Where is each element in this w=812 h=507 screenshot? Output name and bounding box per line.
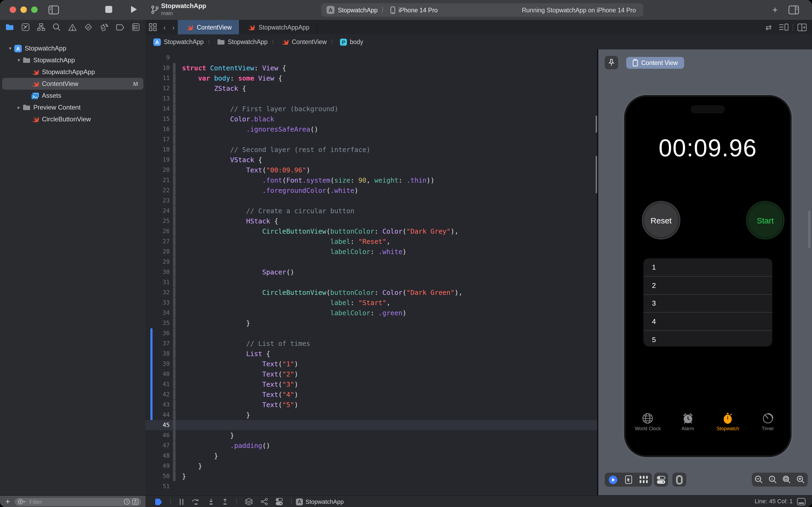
line-number[interactable]: 50 — [146, 471, 173, 481]
line-number[interactable]: 9 — [146, 53, 173, 63]
line-number[interactable]: 23 — [146, 195, 173, 206]
disclosure-triangle-icon[interactable]: ▾ — [7, 46, 13, 51]
fold-ribbon[interactable] — [173, 165, 176, 175]
fold-ribbon[interactable] — [173, 277, 176, 287]
line-number[interactable]: 29 — [146, 257, 173, 267]
code-line[interactable]: 21 .font(Font.system(size: 90, weight: .… — [146, 175, 597, 185]
fold-ribbon[interactable] — [173, 389, 176, 400]
fold-ribbon[interactable] — [173, 440, 176, 451]
reports-list-icon[interactable] — [132, 23, 139, 31]
related-items-icon[interactable] — [149, 23, 157, 31]
line-number[interactable]: 14 — [146, 104, 173, 114]
breadcrumb-stopwatchapp[interactable]: AStopwatchApp — [153, 38, 204, 46]
code-line[interactable]: 42 Text("4") — [146, 389, 597, 400]
environment-overrides-icon[interactable] — [276, 498, 283, 505]
go-back-icon[interactable]: ‹ — [163, 23, 166, 32]
add-editor-icon[interactable] — [798, 23, 807, 31]
code-line[interactable]: 27 label: "Reset", — [146, 236, 597, 246]
fold-ribbon[interactable] — [173, 195, 176, 206]
divider-handle[interactable] — [595, 115, 597, 133]
code-line[interactable]: 31 — [146, 277, 597, 287]
pin-preview-button[interactable] — [605, 56, 618, 69]
variants-mode-button[interactable] — [640, 476, 648, 484]
fold-ribbon[interactable] — [173, 410, 176, 420]
preview-device-button[interactable] — [673, 472, 686, 487]
phone-tab-stopwatch[interactable]: Stopwatch — [708, 412, 748, 438]
line-number[interactable]: 38 — [146, 349, 173, 359]
line-number[interactable]: 13 — [146, 94, 173, 104]
phone-tab-timer[interactable]: Timer — [748, 412, 788, 438]
code-line[interactable]: 36 — [146, 328, 597, 338]
divider-handle[interactable] — [595, 156, 597, 193]
line-number[interactable]: 46 — [146, 430, 173, 440]
code-line[interactable]: 23 — [146, 195, 597, 206]
fold-ribbon[interactable] — [173, 73, 176, 83]
view-hierarchy-icon[interactable] — [245, 498, 253, 505]
phone-tab-alarm[interactable]: Alarm — [668, 412, 708, 438]
fold-ribbon[interactable] — [173, 430, 176, 440]
step-out-icon[interactable] — [222, 498, 228, 505]
debug-spray-icon[interactable] — [100, 23, 109, 31]
add-file-icon[interactable]: + — [5, 497, 10, 506]
code-line[interactable]: 46 } — [146, 430, 597, 440]
line-number[interactable]: 26 — [146, 226, 173, 236]
running-process-chip[interactable]: A StopwatchApp — [296, 498, 344, 505]
source-control-x-icon[interactable] — [21, 23, 30, 31]
fold-ribbon[interactable] — [173, 155, 176, 165]
code-line[interactable]: 44 } — [146, 410, 597, 420]
zoom-in-icon[interactable] — [797, 475, 805, 484]
line-number[interactable]: 21 — [146, 175, 173, 185]
lap-times-list[interactable]: 12345 — [643, 258, 772, 346]
filter-input[interactable] — [28, 498, 123, 505]
tab-contentview[interactable]: ContentView — [178, 20, 240, 35]
fold-ribbon[interactable] — [173, 134, 176, 145]
line-number[interactable]: 45 — [146, 420, 173, 430]
code-line[interactable]: 18 // Second layer (rest of interface) — [146, 145, 597, 155]
line-number[interactable]: 43 — [146, 400, 173, 410]
close-window-button[interactable] — [10, 6, 16, 13]
fold-ribbon[interactable] — [173, 359, 176, 369]
source-editor[interactable]: 910struct ContentView: View {11 var body… — [146, 49, 597, 498]
sidebar-item-contentview[interactable]: ContentViewM — [2, 78, 143, 90]
phone-tab-world-clock[interactable]: World Clock — [628, 412, 668, 438]
code-line[interactable]: 39 Text("1") — [146, 359, 597, 369]
line-number[interactable]: 37 — [146, 338, 173, 349]
start-button[interactable]: Start — [746, 201, 785, 239]
zoom-out-icon[interactable] — [755, 475, 763, 484]
fold-ribbon[interactable] — [173, 63, 176, 73]
run-destination-label[interactable]: iPhone 14 Pro — [399, 7, 438, 13]
line-number[interactable]: 41 — [146, 379, 173, 389]
fold-ribbon[interactable] — [173, 420, 176, 430]
lap-list-item[interactable]: 2 — [643, 277, 772, 295]
code-line[interactable]: 12 ZStack { — [146, 83, 597, 94]
line-number[interactable]: 47 — [146, 440, 173, 451]
fold-ribbon[interactable] — [173, 185, 176, 195]
sidebar-item-assets[interactable]: Assets — [2, 90, 143, 102]
sidebar-item-stopwatchappapp[interactable]: StopwatchAppApp — [2, 66, 143, 78]
scheme-app-label[interactable]: StopwatchApp — [338, 7, 378, 13]
source-control-status-filter-icon[interactable] — [132, 498, 138, 505]
code-line[interactable]: 43 Text("5") — [146, 400, 597, 410]
code-line[interactable]: 38 List { — [146, 349, 597, 359]
fold-ribbon[interactable] — [173, 481, 176, 492]
line-number[interactable]: 40 — [146, 369, 173, 379]
line-number[interactable]: 10 — [146, 63, 173, 73]
line-number[interactable]: 39 — [146, 359, 173, 369]
line-number[interactable]: 30 — [146, 267, 173, 277]
selectable-mode-button[interactable] — [625, 475, 632, 484]
toggle-inspector-icon[interactable] — [789, 5, 799, 14]
code-line[interactable]: 20 Text("00:09.96") — [146, 165, 597, 175]
code-line[interactable]: 29 — [146, 257, 597, 267]
code-line[interactable]: 28 labelColor: .white) — [146, 246, 597, 257]
breakpoints-tag-icon[interactable] — [116, 24, 125, 30]
fold-ribbon[interactable] — [173, 216, 176, 226]
fold-ribbon[interactable] — [173, 400, 176, 410]
fold-ribbon[interactable] — [173, 328, 176, 338]
fold-ribbon[interactable] — [173, 83, 176, 94]
activity-view[interactable]: A StopwatchApp 〉 iPhone 14 Pro Running S… — [321, 3, 643, 17]
line-number[interactable]: 51 — [146, 481, 173, 492]
breadcrumb-stopwatchapp[interactable]: StopwatchApp — [217, 39, 268, 45]
code-line[interactable]: 45 — [146, 420, 597, 430]
step-over-icon[interactable] — [192, 498, 200, 505]
fold-ribbon[interactable] — [173, 297, 176, 308]
